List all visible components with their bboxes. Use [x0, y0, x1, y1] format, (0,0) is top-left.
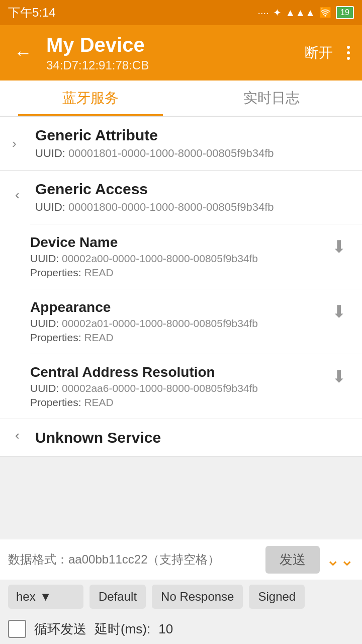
default-option-button[interactable]: Default: [89, 585, 146, 609]
read-button-device-name[interactable]: ⬇: [328, 234, 350, 259]
device-address: 34:D7:12:91:78:CB: [46, 58, 295, 72]
service-info-generic-attribute: Generic Attribute UUID: 00001801-0000-10…: [35, 127, 350, 160]
service-item-generic-access[interactable]: ⌄ Generic Access UUID: 00001800-0000-100…: [0, 171, 362, 419]
service-info-unknown: Unknown Service: [35, 429, 350, 446]
battery-icon: 19: [336, 6, 354, 19]
more-dot-3: [347, 57, 350, 60]
bottom-panel: 发送 ⌄⌄ hex ▼ Default No Response Signed 循…: [0, 539, 362, 644]
expand-panel-button[interactable]: ⌄⌄: [326, 549, 354, 570]
data-input[interactable]: [8, 545, 259, 574]
service-info-generic-access: Generic Access UUID: 00001800-0000-1000-…: [35, 181, 350, 214]
more-dot-1: [347, 46, 350, 49]
send-button[interactable]: 发送: [265, 546, 320, 574]
loop-send-label: 循环发送: [34, 620, 86, 638]
delay-value: 10: [158, 621, 173, 637]
disconnect-button[interactable]: 断开: [305, 43, 333, 62]
characteristic-appearance: Appearance UUID: 00002a01-0000-1000-8000…: [30, 289, 362, 354]
service-item-generic-attribute[interactable]: › Generic Attribute UUID: 00001801-0000-…: [0, 117, 362, 171]
no-response-option-button[interactable]: No Response: [152, 585, 243, 609]
page-title: My Device: [46, 34, 295, 56]
expand-icon-generic-attribute: ›: [12, 136, 27, 151]
more-dot-2: [347, 51, 350, 54]
back-button[interactable]: ←: [10, 38, 36, 67]
more-menu-button[interactable]: [345, 44, 352, 62]
uuid-row-generic-access: UUID: 00001800-0000-1000-8000-00805f9b34…: [35, 201, 350, 214]
char-info-appearance: Appearance UUID: 00002a01-0000-1000-8000…: [30, 299, 328, 344]
signed-option-button[interactable]: Signed: [249, 585, 305, 609]
format-row: hex ▼ Default No Response Signed: [0, 580, 362, 614]
characteristic-device-name: Device Name UUID: 00002a00-0000-1000-800…: [30, 224, 362, 289]
read-button-central-address[interactable]: ⬇: [328, 364, 350, 388]
header-actions: 断开: [305, 43, 352, 62]
chevron-down-icon: ▼: [40, 590, 52, 604]
char-info-device-name: Device Name UUID: 00002a00-0000-1000-800…: [30, 234, 328, 279]
header: ← My Device 34:D7:12:91:78:CB 断开: [0, 25, 362, 80]
tab-bluetooth-service[interactable]: 蓝牙服务: [0, 80, 181, 116]
input-row: 发送 ⌄⌄: [0, 539, 362, 580]
read-button-appearance[interactable]: ⬇: [328, 299, 350, 324]
characteristic-central-address: Central Address Resolution UUID: 00002aa…: [30, 354, 362, 419]
wifi-icon: 🛜: [319, 7, 332, 19]
service-item-unknown[interactable]: ⌄ Unknown Service: [0, 419, 362, 457]
tab-bar: 蓝牙服务 实时日志: [0, 80, 362, 117]
tab-realtime-log[interactable]: 实时日志: [181, 80, 362, 116]
time: 下午5:14: [8, 5, 56, 21]
signal-dots-icon: ····: [257, 7, 268, 19]
expand-icon-generic-access: ⌄: [12, 190, 28, 205]
uuid-row-generic-attribute: UUID: 00001801-0000-1000-8000-00805f9b34…: [35, 147, 350, 160]
bluetooth-icon: ✦: [273, 7, 282, 19]
status-bar: 下午5:14 ···· ✦ ▲▲▲ 🛜 19: [0, 0, 362, 25]
signal-bars-icon: ▲▲▲: [286, 7, 315, 19]
status-icons: ···· ✦ ▲▲▲ 🛜 19: [257, 6, 354, 19]
expand-icon-unknown: ⌄: [12, 430, 28, 445]
char-info-central-address: Central Address Resolution UUID: 00002aa…: [30, 364, 328, 409]
services-list: › Generic Attribute UUID: 00001801-0000-…: [0, 117, 362, 457]
loop-send-checkbox[interactable]: [8, 620, 26, 638]
format-select[interactable]: hex ▼: [8, 585, 83, 609]
loop-row: 循环发送 延时(ms): 10: [0, 614, 362, 644]
delay-label: 延时(ms):: [95, 620, 150, 638]
header-title-container: My Device 34:D7:12:91:78:CB: [46, 34, 295, 72]
